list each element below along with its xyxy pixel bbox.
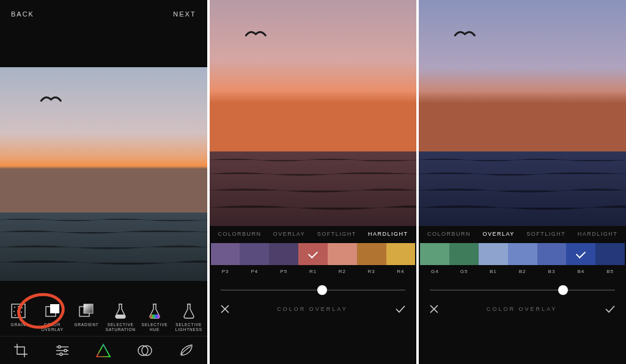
swatch-color[interactable] (298, 243, 328, 265)
blend-mode-softlight[interactable]: SOFTLIGHT (526, 231, 565, 237)
swatch-color[interactable] (537, 243, 567, 265)
footer-label: COLOR OVERLAY (277, 306, 347, 312)
swatch-b5[interactable]: B5 (595, 243, 625, 274)
swatch-color[interactable] (420, 243, 449, 265)
swatch-p5[interactable]: P5 (269, 243, 298, 274)
swatch-label: B4 (577, 269, 584, 274)
leaf-icon[interactable] (179, 343, 194, 359)
blend-mode-row: COLORBURNOVERLAYSOFTLIGHTHARDLIGHT (419, 226, 626, 241)
swatch-r2[interactable]: R2 (328, 243, 357, 274)
svg-rect-25 (419, 0, 626, 151)
prism-icon[interactable] (95, 343, 111, 359)
tool-selective-saturation[interactable]: SELECTIVE SATURATION (105, 302, 136, 332)
tool-grain[interactable]: GRAIN (2, 302, 34, 332)
svg-point-4 (18, 306, 19, 307)
blend-mode-row: COLORBURNOVERLAYSOFTLIGHTHARDLIGHT (210, 226, 417, 241)
footer: COLOR OVERLAY (419, 300, 626, 321)
intensity-slider[interactable] (419, 274, 626, 300)
blend-mode-hardlight[interactable]: HARDLIGHT (578, 231, 618, 237)
swatch-color[interactable] (595, 243, 625, 265)
tool-color-overlay[interactable]: COLOR OVERLAY (37, 302, 68, 332)
svg-point-9 (15, 315, 16, 316)
flask-icon (113, 302, 128, 319)
swatch-row: G4G5B1B2B3B4B5 (419, 241, 626, 274)
swatch-label: R3 (368, 269, 375, 274)
swatch-g5[interactable]: G5 (449, 243, 479, 274)
svg-point-7 (17, 310, 18, 311)
gradient-icon (78, 302, 95, 319)
tool-selective-lightness[interactable]: SELECTIVE LIGHTNESS (173, 302, 205, 332)
svg-rect-23 (210, 0, 417, 151)
blend-mode-overlay[interactable]: OVERLAY (483, 231, 515, 237)
swatch-color[interactable] (269, 243, 298, 265)
photo-preview (419, 0, 626, 226)
intensity-slider[interactable] (210, 274, 417, 300)
swatch-color[interactable] (566, 243, 595, 265)
next-button[interactable]: NEXT (173, 10, 196, 18)
swatch-label: B5 (606, 269, 614, 274)
blend-mode-hardlight[interactable]: HARDLIGHT (368, 231, 408, 237)
svg-point-18 (58, 346, 61, 348)
swatch-r4[interactable]: R4 (386, 243, 416, 274)
swatch-b2[interactable]: B2 (508, 243, 537, 274)
swatch-g4[interactable]: G4 (420, 243, 449, 274)
tool-gradient[interactable]: GRADIENT (71, 302, 103, 332)
blend-mode-colorburn[interactable]: COLORBURN (427, 231, 471, 237)
blend-mode-overlay[interactable]: OVERLAY (273, 231, 305, 237)
swatch-p4[interactable]: P4 (240, 243, 269, 274)
svg-point-8 (21, 311, 22, 313)
back-button[interactable]: BACK (11, 10, 34, 18)
flask-hue-icon (147, 302, 162, 319)
panel-edit-tools: BACK NEXT (0, 0, 207, 364)
swatch-label: B3 (548, 269, 556, 274)
swatch-color[interactable] (357, 243, 386, 265)
adjust-icon[interactable] (54, 343, 70, 359)
tool-label: SELECTIVE LIGHTNESS (175, 322, 202, 332)
swatch-color[interactable] (449, 243, 479, 265)
check-icon[interactable] (604, 304, 616, 315)
close-icon[interactable] (429, 304, 440, 315)
tool-label: GRADIENT (74, 322, 98, 327)
swatch-color[interactable] (479, 243, 508, 265)
swatch-label: R2 (339, 269, 346, 274)
swatch-b1[interactable]: B1 (479, 243, 508, 274)
swatch-color[interactable] (240, 243, 269, 265)
swatch-b4[interactable]: B4 (566, 243, 595, 274)
swatch-r3[interactable]: R3 (357, 243, 386, 274)
color-overlay-icon (44, 302, 61, 319)
swatch-label: B1 (490, 269, 497, 274)
panel-overlay-warm: COLORBURNOVERLAYSOFTLIGHTHARDLIGHT P3P4P… (210, 0, 417, 364)
swatch-color[interactable] (386, 243, 416, 265)
close-icon[interactable] (219, 304, 230, 315)
svg-point-3 (14, 307, 15, 308)
svg-point-10 (19, 314, 20, 315)
flask-icon (182, 302, 196, 319)
header: BACK NEXT (0, 0, 207, 27)
svg-point-5 (21, 307, 23, 308)
tool-selective-hue[interactable]: SELECTIVE HUE (139, 302, 171, 332)
panel-overlay-cool: COLORBURNOVERLAYSOFTLIGHTHARDLIGHT G4G5B… (419, 0, 626, 364)
circles-icon[interactable] (137, 343, 153, 359)
crop-icon[interactable] (13, 343, 29, 359)
swatch-label: R4 (397, 269, 404, 274)
swatch-label: B2 (519, 269, 526, 274)
swatch-label: P3 (222, 269, 229, 274)
swatch-b3[interactable]: B3 (537, 243, 567, 274)
tool-label: COLOR OVERLAY (42, 322, 64, 332)
svg-rect-0 (0, 67, 207, 213)
blend-mode-softlight[interactable]: SOFTLIGHT (317, 231, 356, 237)
footer: COLOR OVERLAY (210, 300, 417, 321)
blend-mode-colorburn[interactable]: COLORBURN (218, 231, 261, 237)
swatch-color[interactable] (328, 243, 357, 265)
swatch-label: G5 (460, 269, 468, 274)
svg-rect-14 (84, 304, 93, 313)
swatch-r1[interactable]: R1 (298, 243, 328, 274)
tool-row: GRAIN COLOR OVERLAY GRADIENT SELECTIVE S… (0, 302, 207, 336)
tool-label: GRAIN (11, 322, 26, 327)
swatch-color[interactable] (508, 243, 537, 265)
swatch-p3[interactable]: P3 (211, 243, 240, 274)
check-icon[interactable] (394, 304, 407, 315)
swatch-label: P5 (280, 269, 287, 274)
svg-rect-12 (50, 304, 59, 313)
swatch-color[interactable] (211, 243, 240, 265)
